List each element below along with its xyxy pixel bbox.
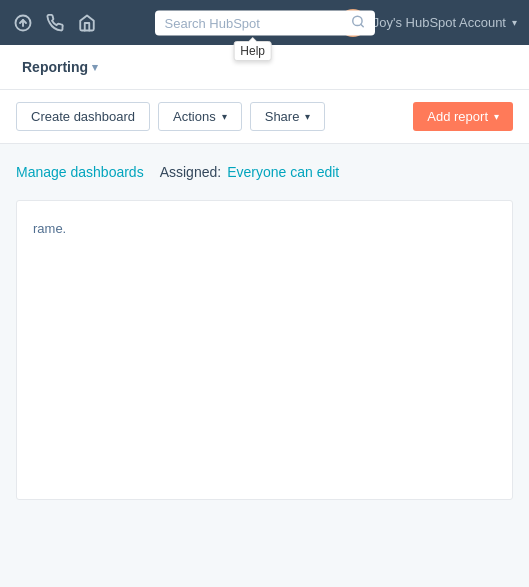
search-icon[interactable] [351, 14, 365, 31]
reporting-caret-icon: ▾ [92, 61, 98, 74]
svg-line-4 [360, 24, 363, 27]
assigned-value[interactable]: Everyone can edit [227, 164, 339, 180]
share-caret-icon: ▾ [305, 111, 310, 122]
content-header: Manage dashboards Assigned: Everyone can… [16, 164, 513, 180]
search-input[interactable] [165, 15, 345, 30]
reporting-nav-btn[interactable]: Reporting ▾ [16, 55, 104, 79]
reporting-label: Reporting [22, 59, 88, 75]
dashboard-area: rame. [16, 200, 513, 500]
actions-caret-icon: ▾ [222, 111, 227, 122]
manage-dashboards-link[interactable]: Manage dashboards [16, 164, 144, 180]
assigned-label: Assigned: [160, 164, 221, 180]
actions-button[interactable]: Actions ▾ [158, 102, 242, 131]
toolbar: Create dashboard Actions ▾ Share ▾ Add r… [0, 90, 529, 144]
nav-icons-left [12, 12, 98, 34]
upload-icon[interactable] [12, 12, 34, 34]
help-tooltip: Help [233, 41, 272, 61]
search-bar [155, 10, 375, 35]
main-content: Manage dashboards Assigned: Everyone can… [0, 144, 529, 520]
phone-icon[interactable] [44, 12, 66, 34]
frame-text: rame. [17, 201, 512, 256]
share-button[interactable]: Share ▾ [250, 102, 326, 131]
account-caret-icon: ▾ [512, 17, 517, 28]
account-name: Joy's HubSpot Account [373, 15, 506, 30]
top-nav: ? Help J Joy's HubSpot Account ▾ [0, 0, 529, 45]
add-report-button[interactable]: Add report ▾ [413, 102, 513, 131]
create-dashboard-button[interactable]: Create dashboard [16, 102, 150, 131]
store-icon[interactable] [76, 12, 98, 34]
add-report-caret-icon: ▾ [494, 111, 499, 122]
assigned-section: Assigned: Everyone can edit [160, 164, 340, 180]
